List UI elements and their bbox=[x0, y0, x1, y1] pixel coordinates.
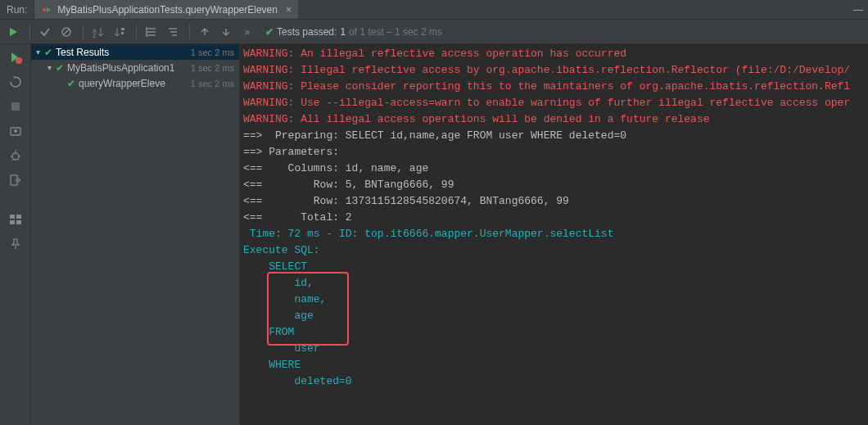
rerun-failed-icon[interactable] bbox=[7, 49, 25, 66]
svg-rect-8 bbox=[11, 102, 20, 111]
close-tab-icon[interactable]: × bbox=[286, 4, 292, 16]
layout-icon[interactable] bbox=[7, 211, 25, 228]
console-line: <== Total: 2 bbox=[243, 211, 352, 224]
svg-line-16 bbox=[17, 159, 19, 161]
console-line: WHERE bbox=[243, 359, 301, 371]
previous-failed-button[interactable] bbox=[195, 22, 215, 42]
toggle-auto-test-icon[interactable] bbox=[7, 74, 25, 90]
chevron-down-icon: ▾ bbox=[36, 47, 44, 57]
console-line: user bbox=[243, 342, 326, 355]
svg-rect-19 bbox=[16, 215, 21, 219]
console-line: <== Columns: id, name, age bbox=[243, 162, 428, 174]
console-line: age bbox=[243, 310, 320, 322]
main-row: ▾ ✔ Test Results 1 sec 2 ms ▾ ✔ MyBatisP… bbox=[0, 44, 868, 425]
tree-node-class-label: MyBatisPlusApplication1 bbox=[67, 62, 188, 74]
chevron-down-icon: ▾ bbox=[47, 63, 56, 72]
left-gutter bbox=[0, 44, 31, 425]
test-config-icon bbox=[41, 4, 52, 16]
console-line: name, bbox=[243, 293, 326, 305]
svg-line-2 bbox=[63, 29, 70, 35]
svg-rect-18 bbox=[10, 215, 15, 219]
show-passed-button[interactable] bbox=[35, 22, 55, 42]
console-line: Execute SQL: bbox=[243, 244, 320, 256]
check-icon: ✔ bbox=[67, 78, 75, 89]
check-icon: ✔ bbox=[56, 62, 64, 74]
separator bbox=[136, 25, 137, 39]
run-tab-bar: Run: MyBatisPlusApplicationTests.queryWr… bbox=[0, 0, 868, 20]
separator bbox=[189, 25, 190, 39]
console-line: deleted=0 bbox=[243, 375, 352, 387]
test-tree-pane: ▾ ✔ Test Results 1 sec 2 ms ▾ ✔ MyBatisP… bbox=[31, 44, 240, 425]
svg-rect-6 bbox=[121, 32, 124, 34]
tree-node-method-row[interactable]: ✔ queryWrapperEleve 1 sec 2 ms bbox=[31, 75, 239, 91]
exit-icon[interactable] bbox=[7, 172, 25, 188]
test-status-label: ✔ Tests passed: 1 of 1 test – 1 sec 2 ms bbox=[265, 26, 442, 38]
console-line: id, bbox=[243, 277, 314, 289]
check-icon: ✔ bbox=[265, 26, 274, 38]
debug-icon[interactable] bbox=[7, 147, 25, 164]
run-tab[interactable]: MyBatisPlusApplicationTests.queryWrapper… bbox=[34, 0, 298, 19]
console-output[interactable]: WARNING: An illegal reflective access op… bbox=[240, 44, 868, 425]
svg-rect-21 bbox=[16, 220, 21, 224]
svg-point-10 bbox=[14, 129, 17, 133]
collapse-all-button[interactable] bbox=[163, 22, 183, 42]
tree-node-method-label: queryWrapperEleve bbox=[79, 78, 188, 89]
tree-node-class-row[interactable]: ▾ ✔ MyBatisPlusApplication1 1 sec 2 ms bbox=[31, 60, 239, 75]
tests-passed-count: 1 bbox=[340, 26, 346, 38]
svg-rect-5 bbox=[121, 28, 124, 30]
tree-root-time: 1 sec 2 ms bbox=[191, 47, 234, 57]
svg-text:Z: Z bbox=[93, 33, 97, 38]
svg-point-7 bbox=[16, 57, 22, 64]
check-icon: ✔ bbox=[44, 47, 52, 58]
tests-passed-prefix: Tests passed: bbox=[277, 26, 337, 38]
separator bbox=[83, 25, 84, 39]
console-line: WARNING: Use --illegal-access=warn to en… bbox=[243, 97, 850, 109]
console-line: ==> Parameters: bbox=[243, 146, 346, 158]
dump-threads-icon[interactable] bbox=[7, 123, 25, 139]
stop-icon[interactable] bbox=[7, 98, 25, 115]
svg-point-11 bbox=[12, 153, 19, 160]
run-label: Run: bbox=[0, 0, 34, 19]
console-line: WARNING: An illegal reflective access op… bbox=[243, 47, 626, 60]
console-line: SELECT bbox=[243, 260, 307, 273]
console-line: ==> Preparing: SELECT id,name,age FROM u… bbox=[243, 129, 626, 142]
sort-duration-button[interactable] bbox=[110, 22, 129, 42]
tree-root-label: Test Results bbox=[56, 47, 188, 58]
sort-alpha-button[interactable]: AZ bbox=[88, 22, 108, 42]
tree-root-row[interactable]: ▾ ✔ Test Results 1 sec 2 ms bbox=[31, 44, 239, 60]
console-line: <== Row: 1373115128545820674, BNTang6666… bbox=[243, 195, 569, 207]
run-toolbar: AZ » ✔ Tests passed: 1 of 1 test – 1 sec… bbox=[0, 20, 868, 44]
minimize-panel-icon[interactable]: — bbox=[848, 0, 868, 19]
tests-passed-detail: of 1 test – 1 sec 2 ms bbox=[349, 26, 442, 38]
console-line: WARNING: All illegal access operations w… bbox=[243, 113, 710, 125]
separator bbox=[29, 25, 30, 39]
svg-rect-20 bbox=[10, 220, 15, 224]
console-line: FROM bbox=[243, 326, 294, 338]
rerun-button[interactable] bbox=[3, 22, 23, 42]
expand-all-button[interactable] bbox=[142, 22, 161, 42]
pin-icon[interactable] bbox=[7, 236, 25, 252]
show-ignored-button[interactable] bbox=[57, 22, 76, 42]
console-line: WARNING: Please consider reporting this … bbox=[243, 80, 850, 93]
run-tab-title: MyBatisPlusApplicationTests.queryWrapper… bbox=[57, 4, 278, 16]
tree-node-method-time: 1 sec 2 ms bbox=[191, 79, 234, 88]
svg-point-0 bbox=[43, 8, 46, 11]
svg-line-15 bbox=[12, 159, 14, 161]
more-actions-button[interactable]: » bbox=[237, 22, 257, 42]
console-line: WARNING: Illegal reflective access by or… bbox=[243, 64, 850, 76]
console-line: Time: 72 ms - ID: top.it6666.mapper.User… bbox=[243, 228, 613, 240]
console-line: <== Row: 5, BNTang6666, 99 bbox=[243, 179, 454, 191]
tree-node-class-time: 1 sec 2 ms bbox=[191, 63, 234, 73]
next-failed-button[interactable] bbox=[216, 22, 236, 42]
